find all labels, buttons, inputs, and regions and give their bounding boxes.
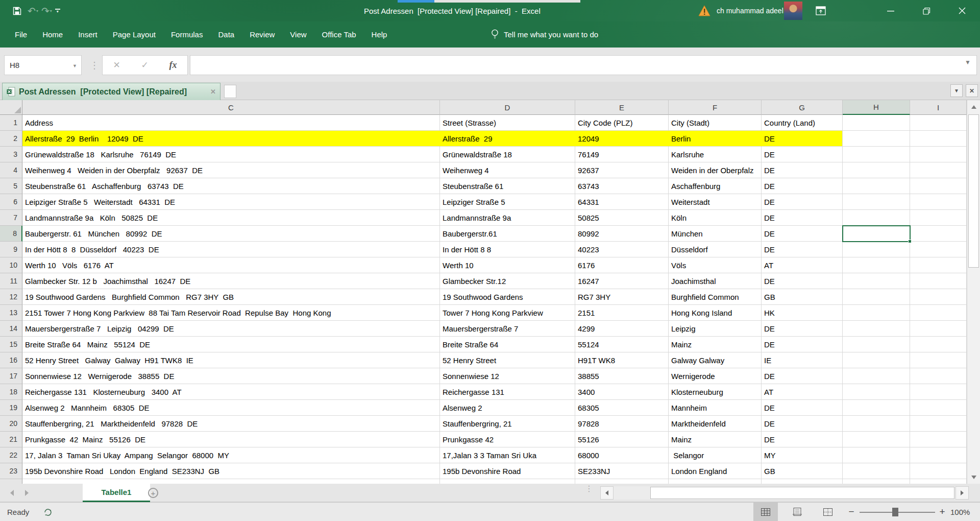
column-header-D[interactable]: D bbox=[440, 100, 575, 115]
row-header-7[interactable]: 7 bbox=[0, 210, 22, 226]
ribbon-tab-help[interactable]: Help bbox=[364, 21, 395, 48]
cell-E1[interactable]: City Code (PLZ) bbox=[575, 115, 669, 131]
cell-G3[interactable]: DE bbox=[762, 147, 843, 162]
document-tab-menu-icon[interactable]: ▼ bbox=[950, 84, 963, 97]
cell-C10[interactable]: Werth 10 Völs 6176 AT bbox=[22, 257, 440, 273]
cell-C18[interactable]: Reichergasse 131 Klosterneuburg 3400 AT bbox=[22, 384, 440, 400]
cell-F5[interactable]: Aschaffenburg bbox=[669, 178, 762, 194]
close-button[interactable] bbox=[950, 0, 974, 21]
cell-F11[interactable]: Joachimsthal bbox=[669, 273, 762, 289]
cell-H6[interactable] bbox=[843, 194, 910, 210]
warning-icon[interactable] bbox=[698, 0, 710, 21]
cell-E11[interactable]: 16247 bbox=[575, 273, 669, 289]
cell-C6[interactable]: Leipziger Straße 5 Weiterstadt 64331 DE bbox=[22, 194, 440, 210]
cell-C14[interactable]: Mauersbergerstraße 7 Leipzig 04299 DE bbox=[22, 321, 440, 337]
cell-C1[interactable]: Address bbox=[22, 115, 440, 131]
tell-me-box[interactable]: Tell me what you want to do bbox=[491, 21, 598, 48]
cell-G18[interactable]: AT bbox=[762, 384, 843, 400]
zoom-level[interactable]: 100% bbox=[950, 503, 970, 521]
cell-C23[interactable]: 195b Devonshire Road London England SE23… bbox=[22, 463, 440, 479]
cell-F17[interactable]: Wernigerode bbox=[669, 368, 762, 384]
cell-D1[interactable]: Street (Strasse) bbox=[440, 115, 575, 131]
cell-H21[interactable] bbox=[843, 432, 910, 447]
cell-F4[interactable]: Weiden in der Oberpfalz bbox=[669, 162, 762, 178]
cell-D18[interactable]: Reichergasse 131 bbox=[440, 384, 575, 400]
cell-G1[interactable]: Country (Land) bbox=[762, 115, 843, 131]
ribbon-tab-file[interactable]: File bbox=[7, 21, 35, 48]
ribbon-tab-data[interactable]: Data bbox=[210, 21, 242, 48]
cell-G6[interactable]: DE bbox=[762, 194, 843, 210]
account-user-name[interactable]: ch muhammad adeel bbox=[717, 0, 783, 21]
cell-F10[interactable]: Völs bbox=[669, 257, 762, 273]
select-all-corner[interactable] bbox=[0, 100, 22, 115]
cell-F1[interactable]: City (Stadt) bbox=[669, 115, 762, 131]
cell-D11[interactable]: Glambecker Str.12 bbox=[440, 273, 575, 289]
scroll-up-icon[interactable] bbox=[967, 100, 980, 113]
cell-E8[interactable]: 80992 bbox=[575, 226, 669, 242]
sheet-tab-tabelle1[interactable]: Tabelle1 bbox=[83, 484, 150, 502]
row-header-15[interactable]: 15 bbox=[0, 337, 22, 352]
row-header-19[interactable]: 19 bbox=[0, 400, 22, 416]
cell-G14[interactable]: DE bbox=[762, 321, 843, 337]
vertical-scrollbar[interactable] bbox=[967, 100, 980, 484]
cell-E13[interactable]: 2151 bbox=[575, 305, 669, 321]
cell-D5[interactable]: Steubenstraße 61 bbox=[440, 178, 575, 194]
cell-I7[interactable] bbox=[910, 210, 967, 226]
column-header-F[interactable]: F bbox=[669, 100, 762, 115]
column-header-G[interactable]: G bbox=[762, 100, 843, 115]
cell-H10[interactable] bbox=[843, 257, 910, 273]
ribbon-tab-review[interactable]: Review bbox=[242, 21, 282, 48]
column-header-C[interactable]: C bbox=[22, 100, 440, 115]
cell-C8[interactable]: Baubergerstr. 61 München 80992 DE bbox=[22, 226, 440, 242]
cell-D7[interactable]: Landmannstraße 9a bbox=[440, 210, 575, 226]
cell-F23[interactable]: London England bbox=[669, 463, 762, 479]
undo-icon[interactable]: ↶ bbox=[28, 6, 36, 16]
cell-C17[interactable]: Sonnenwiese 12 Wernigerode 38855 DE bbox=[22, 368, 440, 384]
view-page-break-button[interactable] bbox=[816, 503, 840, 521]
cell-E5[interactable]: 63743 bbox=[575, 178, 669, 194]
cell-C7[interactable]: Landmannstraße 9a Köln 50825 DE bbox=[22, 210, 440, 226]
row-header-4[interactable]: 4 bbox=[0, 162, 22, 178]
ribbon-tab-view[interactable]: View bbox=[282, 21, 314, 48]
cell-H5[interactable] bbox=[843, 178, 910, 194]
cell-E7[interactable]: 50825 bbox=[575, 210, 669, 226]
column-header-E[interactable]: E bbox=[575, 100, 669, 115]
cell-H8[interactable] bbox=[843, 226, 910, 242]
cell-G19[interactable]: DE bbox=[762, 400, 843, 416]
cell-D12[interactable]: 19 Southwood Gardens bbox=[440, 289, 575, 305]
cell-C12[interactable]: 19 Southwood Gardens Burghfield Common R… bbox=[22, 289, 440, 305]
cell-H16[interactable] bbox=[843, 352, 910, 368]
new-document-tab-button[interactable] bbox=[224, 85, 236, 98]
cell-G16[interactable]: IE bbox=[762, 352, 843, 368]
ribbon-tab-insert[interactable]: Insert bbox=[70, 21, 105, 48]
ribbon-tab-home[interactable]: Home bbox=[35, 21, 70, 48]
row-header-22[interactable]: 22 bbox=[0, 447, 22, 463]
cell-H1[interactable] bbox=[843, 115, 910, 131]
cell-G10[interactable]: AT bbox=[762, 257, 843, 273]
cell-H9[interactable] bbox=[843, 242, 910, 257]
cell-I23[interactable] bbox=[910, 463, 967, 479]
cell-C20[interactable]: Stauffenbergring, 21 Marktheidenfeld 978… bbox=[22, 416, 440, 432]
cell-E21[interactable]: 55126 bbox=[575, 432, 669, 447]
cell-I22[interactable] bbox=[910, 447, 967, 463]
cell-H11[interactable] bbox=[843, 273, 910, 289]
cell-F13[interactable]: Hong Kong Island bbox=[669, 305, 762, 321]
cell-C11[interactable]: Glambecker Str. 12 b Joachimsthal 16247 … bbox=[22, 273, 440, 289]
cell-E18[interactable]: 3400 bbox=[575, 384, 669, 400]
cell-C22[interactable]: 17, Jalan 3 Taman Sri Ukay Ampang Selang… bbox=[22, 447, 440, 463]
cell-I21[interactable] bbox=[910, 432, 967, 447]
cell-G15[interactable]: DE bbox=[762, 337, 843, 352]
sheet-prev-icon[interactable] bbox=[10, 490, 14, 496]
cell-H19[interactable] bbox=[843, 400, 910, 416]
cell-G11[interactable]: DE bbox=[762, 273, 843, 289]
cell-C9[interactable]: In der Hött 8 8 Düsseldorf 40223 DE bbox=[22, 242, 440, 257]
cell-C16[interactable]: 52 Henry Street Galway Galway H91 TWK8 I… bbox=[22, 352, 440, 368]
customize-quick-access-icon[interactable]: ▾ bbox=[55, 9, 60, 13]
cell-C2[interactable]: Allerstraße 29 Berlin 12049 DE bbox=[22, 131, 440, 147]
cell-I8[interactable] bbox=[910, 226, 967, 242]
cell-I6[interactable] bbox=[910, 194, 967, 210]
cell-C5[interactable]: Steubenstraße 61 Aschaffenburg 63743 DE bbox=[22, 178, 440, 194]
formula-input[interactable] bbox=[190, 55, 977, 75]
confirm-entry-icon[interactable]: ✓ bbox=[141, 60, 148, 70]
cell-G21[interactable]: DE bbox=[762, 432, 843, 447]
